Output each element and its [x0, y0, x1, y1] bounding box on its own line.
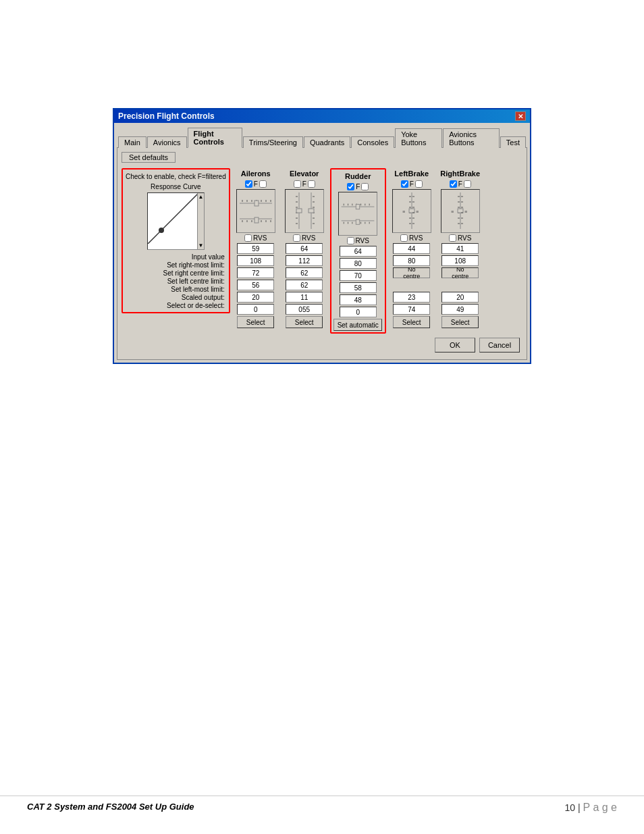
elevator-left-centre[interactable]: 62 — [286, 280, 323, 290]
left-brake-select-button[interactable]: Select — [393, 316, 430, 328]
tab-content: Set defaults Check to enable, check F=fi… — [117, 147, 527, 360]
tab-avionics-buttons[interactable]: Avionics Buttons — [443, 128, 500, 148]
scaled-output-label: Scaled output: — [126, 294, 226, 301]
elevator-checkbox-row: F — [294, 180, 315, 188]
elevator-f-checkbox[interactable] — [308, 180, 315, 188]
left-brake-checkbox[interactable] — [401, 180, 408, 188]
tab-yoke[interactable]: Yoke Buttons — [395, 128, 442, 148]
left-panel: Check to enable, check F=filtered Respon… — [122, 168, 230, 313]
rudder-f-checkbox[interactable] — [361, 183, 369, 190]
right-most-label: Set right-most limit: — [126, 261, 226, 269]
ailerons-right-centre[interactable]: 72 — [237, 267, 274, 278]
right-brake-slider-svg: ≡ ≡ — [441, 190, 479, 232]
set-defaults-button[interactable]: Set defaults — [122, 152, 176, 163]
elevator-slider-svg — [286, 190, 323, 232]
left-brake-slider-svg: ≡ ≡ — [393, 190, 431, 232]
rudder-checkbox-row: F — [347, 183, 369, 190]
tabs-bar: Main Avionics Flight Controls Trims/Stee… — [117, 126, 527, 147]
close-button[interactable]: ✕ — [515, 111, 526, 121]
rudder-right-centre[interactable]: 70 — [340, 270, 377, 281]
rudder-right-most[interactable]: 80 — [340, 258, 377, 269]
ailerons-left-centre[interactable]: 56 — [237, 280, 274, 290]
left-brake-right-most[interactable]: 80 — [393, 255, 430, 266]
right-brake-right-most[interactable]: 108 — [441, 255, 479, 266]
dialog-title: Precision Flight Controls — [118, 111, 215, 121]
rudder-set-automatic-button[interactable]: Set automatic — [333, 319, 382, 331]
ailerons-right-most[interactable]: 108 — [237, 255, 274, 266]
select-deselect-label: Select or de-select: — [126, 302, 226, 309]
left-brake-scaled-output[interactable]: 74 — [393, 304, 430, 315]
ok-button[interactable]: OK — [435, 338, 475, 353]
rudder-scaled-output[interactable]: 0 — [340, 307, 377, 317]
svg-point-1 — [159, 228, 164, 233]
rudder-rvs-checkbox[interactable] — [347, 237, 354, 244]
elevator-header: Elevator — [290, 168, 319, 179]
ailerons-slider — [236, 189, 275, 233]
svg-rect-77 — [458, 209, 463, 213]
right-brake-slider: ≡ ≡ — [441, 189, 480, 233]
elevator-checkbox[interactable] — [294, 180, 301, 188]
elevator-right-most[interactable]: 112 — [286, 255, 323, 266]
tab-consoles[interactable]: Consoles — [351, 136, 394, 148]
ailerons-select-button[interactable]: Select — [237, 316, 274, 328]
left-brake-f-checkbox[interactable] — [415, 180, 423, 188]
tab-test[interactable]: Test — [500, 136, 526, 148]
elevator-rvs-checkbox[interactable] — [293, 234, 300, 242]
rudder-input-value[interactable]: 64 — [340, 246, 377, 257]
tab-flight-controls[interactable]: Flight Controls — [188, 128, 242, 148]
svg-rect-28 — [296, 209, 302, 213]
svg-text:≡: ≡ — [416, 209, 419, 214]
elevator-input-value[interactable]: 64 — [286, 243, 323, 254]
elevator-select-button[interactable]: Select — [286, 316, 323, 328]
input-value-label: Input value — [126, 253, 226, 261]
tab-quadrants[interactable]: Quadrants — [304, 136, 350, 148]
page-footer: CAT 2 System and FS2004 Set Up Guide 10 … — [0, 796, 644, 814]
right-brake-rvs-row: RVS — [449, 234, 471, 242]
right-brake-scaled-output[interactable]: 49 — [441, 304, 479, 315]
tab-avionics[interactable]: Avionics — [147, 136, 187, 148]
left-brake-rvs-label: RVS — [409, 234, 423, 242]
left-brake-left-most[interactable]: 23 — [393, 292, 430, 303]
response-curve-box: ▲ ▼ — [147, 192, 205, 250]
ailerons-checkbox[interactable] — [245, 180, 252, 188]
left-brake-column: LeftBrake F — [389, 168, 435, 328]
cancel-button[interactable]: Cancel — [479, 338, 520, 353]
rudder-rvs-label: RVS — [356, 237, 369, 244]
right-brake-left-most[interactable]: 20 — [441, 292, 479, 303]
svg-line-0 — [148, 193, 198, 244]
right-brake-input-value[interactable]: 41 — [441, 243, 479, 254]
right-brake-rvs-checkbox[interactable] — [449, 234, 456, 242]
elevator-right-centre[interactable]: 62 — [286, 267, 323, 278]
rudder-left-most[interactable]: 48 — [340, 294, 377, 305]
rudder-rvs-row: RVS — [347, 237, 369, 244]
elevator-slider — [285, 189, 324, 233]
right-brake-select-button[interactable]: Select — [441, 316, 479, 328]
rudder-slider-svg — [339, 192, 377, 235]
right-brake-checkbox[interactable] — [450, 180, 457, 188]
right-brake-column: RightBrake F — [437, 168, 483, 328]
elevator-left-most[interactable]: 11 — [286, 292, 323, 303]
left-brake-rvs-checkbox[interactable] — [400, 234, 408, 242]
ailerons-scaled-output[interactable]: 0 — [237, 304, 274, 315]
tab-main[interactable]: Main — [118, 136, 146, 148]
ailerons-f-checkbox[interactable] — [259, 180, 267, 188]
rudder-left-centre[interactable]: 58 — [340, 282, 377, 293]
page-container: Precision Flight Controls ✕ Main Avionic… — [0, 0, 644, 834]
footer-left-text: CAT 2 System and FS2004 Set Up Guide — [27, 802, 194, 814]
right-brake-f-checkbox[interactable] — [464, 180, 471, 188]
rudder-checkbox[interactable] — [347, 183, 354, 190]
left-brake-checkbox-row: F — [401, 180, 423, 188]
elevator-scaled-output[interactable]: 055 — [286, 304, 323, 315]
ailerons-checkbox-row: F — [245, 180, 267, 188]
left-brake-header: LeftBrake — [394, 168, 429, 179]
ailerons-rvs-checkbox[interactable] — [244, 234, 252, 242]
ailerons-left-most[interactable]: 20 — [237, 292, 274, 303]
svg-rect-61 — [409, 209, 414, 213]
ailerons-rvs-label: RVS — [253, 234, 267, 242]
elevator-rvs-row: RVS — [293, 234, 315, 242]
elevator-column: Elevator F — [281, 168, 327, 328]
rudder-f-label: F — [356, 183, 360, 190]
tab-trims[interactable]: Trims/Steering — [243, 136, 303, 148]
ailerons-input-value[interactable]: 59 — [237, 243, 274, 254]
left-brake-input-value[interactable]: 44 — [393, 243, 430, 254]
